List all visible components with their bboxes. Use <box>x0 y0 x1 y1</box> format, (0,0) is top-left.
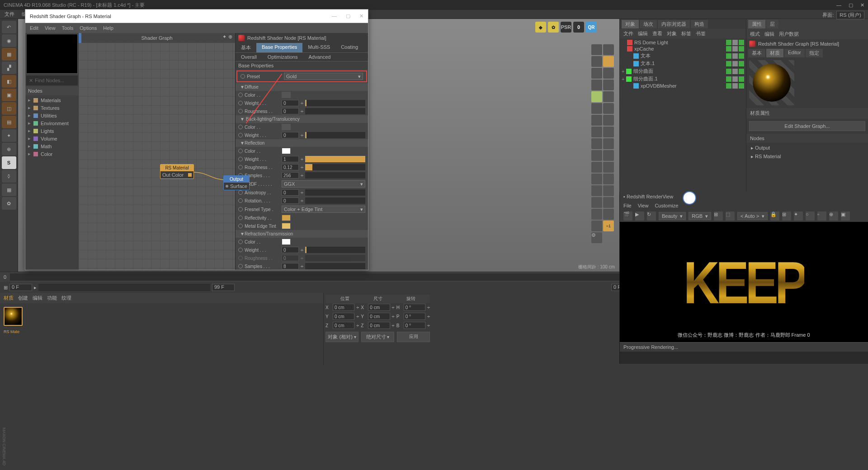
mat-function[interactable]: 功能 <box>47 295 57 301</box>
render-menu-view[interactable]: View <box>638 203 649 208</box>
layout-dropdown[interactable]: RS (用户) <box>836 11 864 19</box>
node-rs-material[interactable]: RS Material Out Color <box>160 164 194 179</box>
node-category[interactable]: ▸Materials <box>28 96 76 104</box>
shader-graph-canvas[interactable]: Shader Graph ✦⊕ RS Material Out Color Ou… <box>79 33 235 270</box>
mesh-tool[interactable]: ◧ <box>2 75 16 88</box>
object-tree-item[interactable]: xpOVDBMesher <box>622 83 744 89</box>
maximize-icon[interactable]: ▢ <box>849 2 853 8</box>
object-tree-item[interactable]: RS Dome Light <box>622 39 744 46</box>
start-frame[interactable]: 0 F <box>9 284 32 291</box>
object-tree-item[interactable]: 文本.1 <box>622 60 744 67</box>
attr-menu-edit[interactable]: 编辑 <box>764 31 774 38</box>
attr-tab-basic[interactable]: 基本 <box>748 49 765 57</box>
node-category[interactable]: ▸Textures <box>28 104 76 112</box>
edit-shader-graph-button[interactable]: Edit Shader Graph... <box>749 121 865 131</box>
obj-menu-bookmarks[interactable]: 书签 <box>696 30 706 37</box>
tab-objects[interactable]: 对象 <box>622 20 639 28</box>
crop-icon[interactable]: ⬚ <box>726 212 735 221</box>
node-category[interactable]: ▸Color <box>28 150 76 158</box>
shader-menu-help[interactable]: Help <box>103 25 113 31</box>
vp-tool[interactable] <box>591 44 602 55</box>
apply-button[interactable]: 应用 <box>397 332 430 342</box>
attr-tab-material[interactable]: 材质 <box>766 49 783 57</box>
maximize-icon[interactable]: ▢ <box>346 13 350 19</box>
point-tool[interactable]: ▤ <box>2 116 16 128</box>
obj-menu-obj[interactable]: 对象 <box>667 30 677 37</box>
coord-tool[interactable]: ⊕ <box>2 143 16 155</box>
grid-tool[interactable]: ▦ <box>2 183 16 196</box>
poly-tool[interactable]: ▣ <box>2 89 16 101</box>
close-icon[interactable]: ✕ <box>359 13 363 19</box>
menu-file[interactable]: 文件 <box>5 11 14 18</box>
render-refresh-button[interactable]: ↻ <box>647 212 656 221</box>
node-category[interactable]: ▸Volume <box>28 135 76 142</box>
undo-tool[interactable]: ↶ <box>2 21 16 33</box>
brdf-dropdown[interactable]: GGX▾ <box>282 180 365 188</box>
attr-tab-assign[interactable]: 指定 <box>806 49 823 57</box>
node-output[interactable]: ▸ Output <box>749 144 865 152</box>
tab-structure[interactable]: 构造 <box>691 20 708 28</box>
attr-menu-userdata[interactable]: 用户数据 <box>779 31 799 38</box>
vp-zero-icon[interactable]: 0 <box>573 22 584 33</box>
sphere-tool[interactable]: ◉ <box>2 34 16 47</box>
subtab-overall[interactable]: Overall <box>236 53 262 61</box>
ptab-coating[interactable]: Coating <box>335 43 363 52</box>
psr-icon[interactable]: PSR <box>561 22 571 33</box>
snap-tool[interactable]: S <box>2 156 16 169</box>
diffuse-color[interactable] <box>282 92 291 98</box>
mat-tab[interactable]: 材质 <box>4 295 14 301</box>
node-output[interactable]: Output Surface <box>223 175 250 190</box>
tab-browser[interactable]: 内容浏览器 <box>658 20 690 28</box>
tab-layers[interactable]: 层 <box>766 20 778 28</box>
attr-menu-mode[interactable]: 模式 <box>750 31 760 38</box>
node-rs-material[interactable]: ▸ RS Material <box>749 152 865 161</box>
paint-tool[interactable]: ✿ <box>2 197 16 210</box>
obj-menu-view[interactable]: 查看 <box>652 30 662 37</box>
aov-dropdown[interactable]: Beauty▾ <box>659 212 686 220</box>
object-tree-item[interactable]: 文本 <box>622 52 744 60</box>
grid-icon[interactable]: ⊞ <box>714 212 723 221</box>
ptab-basic[interactable]: 基本 <box>236 43 256 52</box>
minimize-icon[interactable]: — <box>332 13 337 19</box>
refl-color[interactable] <box>282 148 291 154</box>
obj-menu-file[interactable]: 文件 <box>623 30 633 37</box>
end-frame[interactable]: 99 F <box>212 284 235 291</box>
render-menu-file[interactable]: File <box>623 203 632 208</box>
subtab-advanced[interactable]: Advanced <box>303 53 336 61</box>
node-category[interactable]: ▸Environment <box>28 119 76 127</box>
channel-dropdown[interactable]: RGB▾ <box>689 212 711 220</box>
lock-icon[interactable]: 🔒 <box>770 212 779 221</box>
subtab-optimizations[interactable]: Optimizations <box>262 53 303 61</box>
fresnel-dropdown[interactable]: Color + Edge Tint▾ <box>282 206 365 213</box>
preset-dropdown[interactable]: Gold▾ <box>284 73 363 80</box>
ptab-multi-sss[interactable]: Multi-SSS <box>302 43 335 52</box>
vp-icon-1[interactable]: ◆ <box>535 22 546 33</box>
coord-mode-dropdown[interactable]: 对象 (相对) ▾ <box>326 332 359 342</box>
gear-icon[interactable]: ⚙ <box>591 232 602 243</box>
ptab-base-properties[interactable]: Base Properties <box>256 43 302 52</box>
node-category[interactable]: ▸Utilities <box>28 112 76 119</box>
shader-menu-edit[interactable]: Edit <box>30 25 38 31</box>
node-category[interactable]: ▸Math <box>28 142 76 150</box>
mat-texture[interactable]: 纹理 <box>61 295 71 301</box>
obj-menu-tags[interactable]: 标签 <box>681 30 691 37</box>
minimize-icon[interactable]: — <box>836 2 841 8</box>
obj-menu-edit[interactable]: 编辑 <box>638 30 648 37</box>
vp-icon-2[interactable]: ✿ <box>548 22 559 33</box>
render-clapperboard-icon[interactable]: 🎬 <box>623 212 632 221</box>
preset-radio[interactable] <box>241 74 245 79</box>
shader-menu-tools[interactable]: Tools <box>62 25 74 31</box>
object-tree-item[interactable]: +细分曲面.1 <box>622 75 744 83</box>
render-menu-customize[interactable]: Customize <box>655 203 678 208</box>
size-mode-dropdown[interactable]: 绝对尺寸 ▾ <box>361 332 394 342</box>
node-category[interactable]: ▸Lights <box>28 127 76 135</box>
magnet-tool[interactable]: ⧲ <box>2 170 16 183</box>
close-icon[interactable]: ✕ <box>860 2 864 8</box>
tab-takes[interactable]: 场次 <box>640 20 657 28</box>
edge-tool[interactable]: ◫ <box>2 102 16 115</box>
qr-icon[interactable]: QR <box>586 22 597 33</box>
attr-tab-editor[interactable]: Editor <box>784 49 805 57</box>
render-play-button[interactable]: ▶ <box>635 212 644 221</box>
auto-dropdown[interactable]: < Auto >▾ <box>737 212 768 220</box>
cube-tool[interactable]: ▦ <box>2 48 16 61</box>
